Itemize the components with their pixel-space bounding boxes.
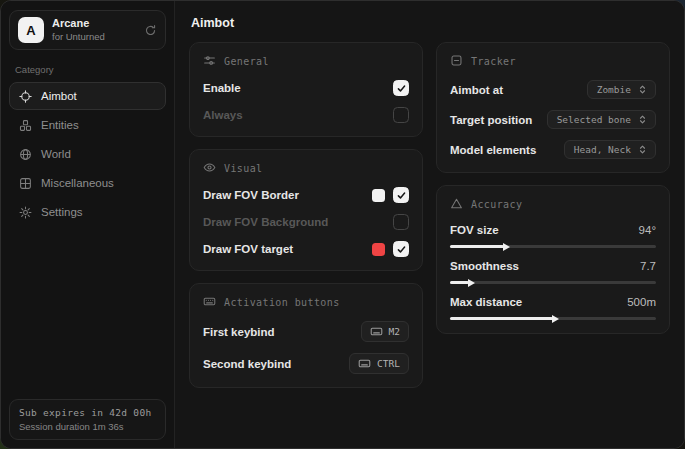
setting-label: Draw FOV Border [203,189,299,201]
subscription-card: Sub expires in 42d 00h Session duration … [9,399,166,440]
left-column: General Enable Always [189,42,423,388]
keyboard-icon [203,295,216,310]
select-value: Zombie [597,84,631,95]
second-keybind-button[interactable]: CTRL [349,353,409,374]
setting-label: Max distance [450,296,522,308]
section-title: Activation buttons [224,297,340,308]
sidebar-item-miscellaneous[interactable]: Miscellaneous [9,169,166,197]
slider-thumb[interactable] [450,317,553,320]
keyboard-icon [358,357,371,370]
setting-row-fov-target: Draw FOV target [203,241,409,257]
fov-background-checkbox[interactable] [393,214,409,230]
slider-thumb[interactable] [450,281,469,284]
select-value: Head, Neck [574,144,631,155]
fov-size-slider[interactable] [450,245,656,248]
smoothness-slider[interactable] [450,281,656,284]
globe-icon [19,148,32,161]
sidebar-item-label: World [41,148,71,160]
scan-icon [450,54,463,69]
crosshair-icon [19,90,32,103]
setting-label: Draw FOV Background [203,216,328,228]
setting-label: Model elements [450,144,536,156]
setting-row-smoothness: Smoothness 7.7 [450,260,656,284]
chevron-up-down-icon [637,114,648,125]
setting-row-fov-size: FOV size 94° [450,224,656,248]
brand-avatar: A [18,17,44,43]
right-column: Tracker Aimbot at Zombie [436,42,670,334]
tracker-card: Tracker Aimbot at Zombie [436,42,670,173]
setting-row-fov-background: Draw FOV Background [203,214,409,230]
brand-card: A Arcane for Unturned [9,10,166,50]
setting-row-max-distance: Max distance 500m [450,296,656,320]
target-position-select[interactable]: Selected bone [547,110,656,129]
activation-card: Activation buttons First keybind M2 [189,283,423,388]
setting-label: Target position [450,114,532,126]
slider-value: 94° [639,224,656,236]
setting-label: Enable [203,82,241,94]
slider-value: 7.7 [640,260,656,272]
sidebar-item-label: Aimbot [41,90,77,102]
section-title: General [224,56,269,67]
aimbot-at-select[interactable]: Zombie [587,80,656,99]
setting-label: First keybind [203,326,275,338]
brand-subtitle: for Unturned [52,31,105,43]
setting-row-model-elements: Model elements Head, Neck [450,140,656,159]
max-distance-slider[interactable] [450,317,656,320]
keybind-value: M2 [389,326,400,337]
sidebar-item-label: Entities [41,119,79,131]
sliders-icon [203,54,216,69]
session-duration: Session duration 1m 36s [19,421,156,432]
setting-row-enable: Enable [203,80,409,96]
keybind-value: CTRL [377,358,400,369]
eye-icon [203,161,216,176]
setting-label: Draw FOV target [203,243,293,255]
color-swatch[interactable] [372,189,385,202]
setting-label: Always [203,109,243,121]
section-title: Accuracy [471,199,522,210]
grid-icon [19,177,32,190]
sidebar-item-label: Miscellaneous [41,177,114,189]
app-window: A Arcane for Unturned Category Aimbot [0,0,685,449]
subscription-expiry: Sub expires in 42d 00h [19,407,156,418]
sidebar-item-label: Settings [41,206,83,218]
setting-row-always: Always [203,107,409,123]
refresh-icon[interactable] [144,24,157,37]
setting-label: Aimbot at [450,84,503,96]
sidebar-item-entities[interactable]: Entities [9,111,166,139]
keyboard-icon [370,325,383,338]
sidebar-item-world[interactable]: World [9,140,166,168]
color-swatch[interactable] [372,243,385,256]
enable-checkbox[interactable] [393,80,409,96]
section-title: Tracker [471,56,516,67]
page-title: Aimbot [191,16,670,30]
first-keybind-button[interactable]: M2 [361,321,409,342]
accuracy-card: Accuracy FOV size 94° Smoothness [436,185,670,334]
triangle-icon [450,197,463,212]
fov-target-checkbox[interactable] [393,241,409,257]
sidebar-item-aimbot[interactable]: Aimbot [9,82,166,110]
setting-row-fov-border: Draw FOV Border [203,187,409,203]
fov-border-checkbox[interactable] [393,187,409,203]
select-value: Selected bone [557,114,631,125]
sidebar-item-settings[interactable]: Settings [9,198,166,226]
setting-row-target-position: Target position Selected bone [450,110,656,129]
sidebar-nav: Aimbot Entities World [9,82,166,226]
slider-thumb[interactable] [450,245,504,248]
sidebar: A Arcane for Unturned Category Aimbot [1,1,175,448]
setting-label: FOV size [450,224,499,236]
main-panel: Aimbot General [175,1,684,448]
always-checkbox[interactable] [393,107,409,123]
category-label: Category [15,64,160,75]
entities-icon [19,119,32,132]
brand-name: Arcane [52,17,105,31]
setting-label: Smoothness [450,260,519,272]
visual-card: Visual Draw FOV Border Draw FOV Backgrou… [189,149,423,271]
setting-label: Second keybind [203,358,291,370]
gear-icon [19,206,32,219]
general-card: General Enable Always [189,42,423,137]
slider-value: 500m [627,296,656,308]
setting-row-second-keybind: Second keybind CTRL [203,353,409,374]
setting-row-first-keybind: First keybind M2 [203,321,409,342]
setting-row-aimbot-at: Aimbot at Zombie [450,80,656,99]
model-elements-select[interactable]: Head, Neck [564,140,656,159]
